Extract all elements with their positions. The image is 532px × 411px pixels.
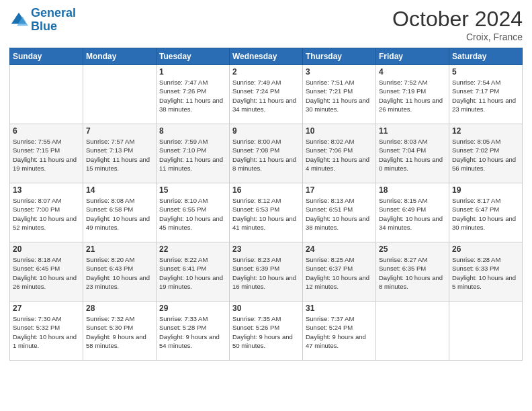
day-number: 7 xyxy=(86,126,153,136)
cell-w3-d0: 20Sunrise: 8:18 AM Sunset: 6:45 PM Dayli… xyxy=(10,242,83,302)
cell-w4-d0: 27Sunrise: 7:30 AM Sunset: 5:32 PM Dayli… xyxy=(10,302,83,361)
logo-line2: Blue xyxy=(31,19,57,33)
week-row-4: 27Sunrise: 7:30 AM Sunset: 5:32 PM Dayli… xyxy=(10,302,523,361)
day-info: Sunrise: 8:23 AM Sunset: 6:39 PM Dayligh… xyxy=(232,255,300,291)
cell-w4-d1: 28Sunrise: 7:32 AM Sunset: 5:30 PM Dayli… xyxy=(83,302,157,361)
cell-w2-d1: 14Sunrise: 8:08 AM Sunset: 6:58 PM Dayli… xyxy=(83,183,157,242)
cell-w1-d2: 8Sunrise: 7:59 AM Sunset: 7:10 PM Daylig… xyxy=(157,124,230,183)
day-info: Sunrise: 8:17 AM Sunset: 6:47 PM Dayligh… xyxy=(452,196,519,232)
day-number: 16 xyxy=(232,185,300,195)
day-number: 14 xyxy=(86,185,153,195)
header-saturday: Saturday xyxy=(449,48,523,65)
month-title: October 2024 xyxy=(392,7,523,32)
cell-w0-d0 xyxy=(10,65,83,124)
day-number: 18 xyxy=(379,185,446,195)
day-info: Sunrise: 7:35 AM Sunset: 5:26 PM Dayligh… xyxy=(232,314,300,350)
day-info: Sunrise: 8:15 AM Sunset: 6:49 PM Dayligh… xyxy=(379,196,446,232)
day-info: Sunrise: 7:57 AM Sunset: 7:13 PM Dayligh… xyxy=(86,137,153,173)
day-info: Sunrise: 8:07 AM Sunset: 7:00 PM Dayligh… xyxy=(13,196,80,232)
day-number: 2 xyxy=(232,67,300,77)
week-row-3: 20Sunrise: 8:18 AM Sunset: 6:45 PM Dayli… xyxy=(10,242,523,302)
weekday-header-row: Sunday Monday Tuesday Wednesday Thursday… xyxy=(10,48,523,65)
header-wednesday: Wednesday xyxy=(230,48,303,65)
day-number: 10 xyxy=(306,126,373,136)
day-number: 12 xyxy=(452,126,519,136)
day-info: Sunrise: 7:52 AM Sunset: 7:19 PM Dayligh… xyxy=(379,78,446,113)
day-info: Sunrise: 7:37 AM Sunset: 5:24 PM Dayligh… xyxy=(306,314,373,350)
cell-w1-d6: 12Sunrise: 8:05 AM Sunset: 7:02 PM Dayli… xyxy=(449,124,523,183)
cell-w4-d5 xyxy=(376,302,449,361)
day-info: Sunrise: 8:12 AM Sunset: 6:53 PM Dayligh… xyxy=(232,196,300,232)
header-thursday: Thursday xyxy=(303,48,376,65)
title-block: October 2024 Croix, France xyxy=(392,7,523,42)
day-number: 22 xyxy=(159,244,226,254)
day-number: 3 xyxy=(306,67,373,77)
cell-w0-d2: 1Sunrise: 7:47 AM Sunset: 7:26 PM Daylig… xyxy=(157,65,230,124)
header: General Blue October 2024 Croix, France xyxy=(9,7,523,42)
day-info: Sunrise: 7:33 AM Sunset: 5:28 PM Dayligh… xyxy=(159,314,226,350)
day-info: Sunrise: 8:00 AM Sunset: 7:08 PM Dayligh… xyxy=(232,137,300,173)
week-row-1: 6Sunrise: 7:55 AM Sunset: 7:15 PM Daylig… xyxy=(10,124,523,183)
cell-w1-d4: 10Sunrise: 8:02 AM Sunset: 7:06 PM Dayli… xyxy=(303,124,376,183)
day-info: Sunrise: 8:13 AM Sunset: 6:51 PM Dayligh… xyxy=(306,196,373,232)
day-number: 20 xyxy=(13,244,80,254)
cell-w3-d2: 22Sunrise: 8:22 AM Sunset: 6:41 PM Dayli… xyxy=(157,242,230,302)
day-number: 25 xyxy=(379,244,446,254)
cell-w2-d3: 16Sunrise: 8:12 AM Sunset: 6:53 PM Dayli… xyxy=(230,183,303,242)
cell-w2-d6: 19Sunrise: 8:17 AM Sunset: 6:47 PM Dayli… xyxy=(449,183,523,242)
cell-w3-d5: 25Sunrise: 8:27 AM Sunset: 6:35 PM Dayli… xyxy=(376,242,449,302)
day-info: Sunrise: 8:22 AM Sunset: 6:41 PM Dayligh… xyxy=(159,255,226,291)
day-number: 30 xyxy=(232,304,300,313)
day-number: 27 xyxy=(13,304,80,313)
day-number: 31 xyxy=(306,304,373,313)
day-number: 8 xyxy=(159,126,226,136)
cell-w2-d0: 13Sunrise: 8:07 AM Sunset: 7:00 PM Dayli… xyxy=(10,183,83,242)
logo-text: General Blue xyxy=(31,7,76,34)
cell-w2-d2: 15Sunrise: 8:10 AM Sunset: 6:55 PM Dayli… xyxy=(157,183,230,242)
day-info: Sunrise: 8:02 AM Sunset: 7:06 PM Dayligh… xyxy=(306,137,373,173)
day-info: Sunrise: 7:59 AM Sunset: 7:10 PM Dayligh… xyxy=(159,137,226,173)
day-info: Sunrise: 8:28 AM Sunset: 6:33 PM Dayligh… xyxy=(452,255,519,291)
day-number: 1 xyxy=(159,67,226,77)
day-number: 11 xyxy=(379,126,446,136)
day-info: Sunrise: 7:49 AM Sunset: 7:24 PM Dayligh… xyxy=(232,78,300,113)
cell-w0-d6: 5Sunrise: 7:54 AM Sunset: 7:17 PM Daylig… xyxy=(449,65,523,124)
day-info: Sunrise: 8:18 AM Sunset: 6:45 PM Dayligh… xyxy=(13,255,80,291)
day-info: Sunrise: 8:25 AM Sunset: 6:37 PM Dayligh… xyxy=(306,255,373,291)
day-number: 5 xyxy=(452,67,519,77)
cell-w4-d2: 29Sunrise: 7:33 AM Sunset: 5:28 PM Dayli… xyxy=(157,302,230,361)
header-friday: Friday xyxy=(376,48,449,65)
day-number: 26 xyxy=(452,244,519,254)
cell-w3-d1: 21Sunrise: 8:20 AM Sunset: 6:43 PM Dayli… xyxy=(83,242,157,302)
day-info: Sunrise: 7:32 AM Sunset: 5:30 PM Dayligh… xyxy=(86,314,153,350)
logo-icon xyxy=(9,11,28,30)
day-info: Sunrise: 7:30 AM Sunset: 5:32 PM Dayligh… xyxy=(13,314,80,350)
cell-w2-d4: 17Sunrise: 8:13 AM Sunset: 6:51 PM Dayli… xyxy=(303,183,376,242)
day-info: Sunrise: 7:54 AM Sunset: 7:17 PM Dayligh… xyxy=(452,78,519,113)
day-number: 6 xyxy=(13,126,80,136)
day-info: Sunrise: 8:05 AM Sunset: 7:02 PM Dayligh… xyxy=(452,137,519,173)
calendar-table: Sunday Monday Tuesday Wednesday Thursday… xyxy=(9,48,523,361)
cell-w0-d5: 4Sunrise: 7:52 AM Sunset: 7:19 PM Daylig… xyxy=(376,65,449,124)
logo-line1: General xyxy=(31,6,76,19)
day-number: 9 xyxy=(232,126,300,136)
day-number: 19 xyxy=(452,185,519,195)
day-number: 24 xyxy=(306,244,373,254)
week-row-0: 1Sunrise: 7:47 AM Sunset: 7:26 PM Daylig… xyxy=(10,65,523,124)
day-info: Sunrise: 8:03 AM Sunset: 7:04 PM Dayligh… xyxy=(379,137,446,173)
cell-w0-d1 xyxy=(83,65,157,124)
cell-w1-d0: 6Sunrise: 7:55 AM Sunset: 7:15 PM Daylig… xyxy=(10,124,83,183)
day-info: Sunrise: 7:55 AM Sunset: 7:15 PM Dayligh… xyxy=(13,137,80,173)
day-number: 4 xyxy=(379,67,446,77)
day-info: Sunrise: 8:08 AM Sunset: 6:58 PM Dayligh… xyxy=(86,196,153,232)
cell-w1-d5: 11Sunrise: 8:03 AM Sunset: 7:04 PM Dayli… xyxy=(376,124,449,183)
cell-w3-d3: 23Sunrise: 8:23 AM Sunset: 6:39 PM Dayli… xyxy=(230,242,303,302)
day-info: Sunrise: 8:20 AM Sunset: 6:43 PM Dayligh… xyxy=(86,255,153,291)
day-number: 28 xyxy=(86,304,153,313)
cell-w4-d4: 31Sunrise: 7:37 AM Sunset: 5:24 PM Dayli… xyxy=(303,302,376,361)
day-info: Sunrise: 7:47 AM Sunset: 7:26 PM Dayligh… xyxy=(159,78,226,113)
header-sunday: Sunday xyxy=(10,48,83,65)
week-row-2: 13Sunrise: 8:07 AM Sunset: 7:00 PM Dayli… xyxy=(10,183,523,242)
logo: General Blue xyxy=(9,7,76,34)
day-number: 29 xyxy=(159,304,226,313)
